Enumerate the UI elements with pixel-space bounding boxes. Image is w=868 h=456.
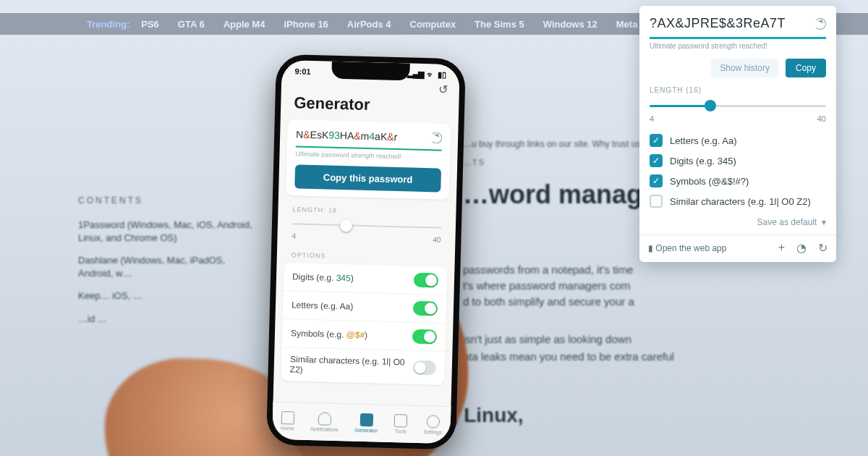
option-row[interactable]: Similar characters (e.g. 1l| O0 Z2): [281, 347, 445, 385]
password-text: ?AX&JPRE$&3ReA7T: [650, 16, 786, 31]
strength-label: Ultimate password strength reached!: [650, 42, 826, 50]
checkbox-icon: ✓: [650, 134, 663, 147]
tab-generator[interactable]: Generator: [354, 413, 378, 434]
option-checkbox[interactable]: ✓Letters (e.g. Aa): [650, 130, 826, 151]
phone-frame: 9:01 ▂▄▆ ᯤ ▮▯ ↺ Generator N&EsK93HA&m4aK…: [266, 54, 466, 450]
option-label: Similar characters (e.g. 1l| O0 Z2): [290, 354, 414, 377]
tab-home[interactable]: Home: [281, 411, 294, 431]
copy-button[interactable]: Copy: [786, 59, 826, 77]
tab-settings[interactable]: Settings: [424, 415, 443, 435]
length-label: LENGTH (16): [650, 86, 826, 94]
slider-knob[interactable]: [705, 100, 716, 111]
phone-notch: [331, 62, 410, 81]
page-title: Generator: [281, 92, 459, 124]
trending-item[interactable]: PS6: [141, 19, 159, 30]
trending-item[interactable]: The Sims 5: [475, 19, 524, 30]
battery-icon: ▮▯: [438, 70, 446, 80]
slider-knob[interactable]: [340, 219, 352, 232]
option-label: Letters (e.g. Aa): [670, 135, 737, 146]
phone-screen: 9:01 ▂▄▆ ᯤ ▮▯ ↺ Generator N&EsK93HA&m4aK…: [272, 60, 460, 444]
generated-password[interactable]: ?AX&JPRE$&3ReA7T: [650, 16, 826, 31]
option-checkbox[interactable]: ✓Symbols (@&$!#?): [650, 171, 826, 191]
option-label: Digits (e.g. 345): [292, 271, 354, 283]
option-checkbox[interactable]: ✓Digits (e.g. 345): [650, 151, 826, 171]
password-generator-popup: ?AX&JPRE$&3ReA7T Ultimate password stren…: [639, 6, 836, 262]
wifi-icon: ᯤ: [427, 70, 435, 79]
trending-label: Trending:: [87, 19, 129, 30]
status-time: 9:01: [294, 67, 310, 76]
options-list: Digits (e.g. 345)Letters (e.g. Aa)Symbol…: [281, 263, 447, 385]
length-min: 4: [292, 232, 296, 240]
trending-item[interactable]: Computex: [410, 19, 456, 30]
toggle[interactable]: [412, 360, 436, 376]
option-label: Symbols (e.g. @$#): [291, 328, 368, 340]
strength-label: Ultimate password strength reached!: [295, 150, 441, 161]
option-checkbox[interactable]: Similar characters (e.g. 1l| O0 Z2): [650, 191, 826, 211]
regenerate-icon[interactable]: [430, 132, 442, 143]
tab-bar: Home Notifications Generator Tools Setti…: [272, 402, 451, 444]
option-label: Symbols (@&$!#?): [670, 176, 749, 187]
toggle[interactable]: [413, 301, 438, 316]
show-history-button[interactable]: Show history: [711, 59, 778, 77]
option-label: Digits (e.g. 345): [670, 156, 736, 166]
save-as-default[interactable]: Save as default ▾: [650, 211, 826, 230]
password-card: N&EsK93HA&m4aK&r Ultimate password stren…: [286, 119, 451, 200]
strength-bar: [650, 37, 826, 39]
copy-password-button[interactable]: Copy this password: [294, 164, 441, 192]
tab-tools[interactable]: Tools: [394, 414, 408, 434]
generated-password[interactable]: N&EsK93HA&m4aK&r: [296, 128, 442, 143]
checkbox-icon: ✓: [650, 174, 663, 187]
option-row[interactable]: Letters (e.g. Aa): [283, 291, 447, 324]
checkbox-icon: [650, 195, 663, 208]
trending-item[interactable]: iPhone 16: [284, 19, 328, 30]
length-max: 40: [817, 114, 826, 123]
length-max: 40: [433, 235, 441, 243]
length-slider[interactable]: [650, 98, 826, 113]
length-min: 4: [650, 114, 654, 123]
add-icon[interactable]: +: [778, 241, 785, 255]
toggle[interactable]: [412, 329, 438, 345]
tab-notifications[interactable]: Notifications: [310, 412, 339, 432]
notifications-icon[interactable]: ◔: [796, 241, 807, 255]
trending-item[interactable]: Windows 12: [543, 19, 597, 30]
history-icon[interactable]: ↺: [438, 83, 448, 96]
trending-item[interactable]: GTA 6: [178, 19, 205, 30]
sync-icon[interactable]: ↻: [818, 241, 827, 255]
option-row[interactable]: Digits (e.g. 345): [284, 263, 448, 295]
regenerate-icon[interactable]: [814, 18, 826, 30]
open-web-app[interactable]: ▮ Open the web app: [648, 243, 726, 253]
trending-item[interactable]: AirPods 4: [347, 19, 391, 30]
checkbox-icon: ✓: [650, 154, 663, 167]
toggle[interactable]: [414, 273, 439, 288]
option-label: Letters (e.g. Aa): [292, 300, 354, 311]
option-label: Similar characters (e.g. 1l| O0 Z2): [670, 196, 811, 207]
options-label: OPTIONS: [277, 241, 456, 266]
trending-item[interactable]: Apple M4: [224, 19, 265, 30]
option-row[interactable]: Symbols (e.g. @$#): [282, 319, 446, 352]
